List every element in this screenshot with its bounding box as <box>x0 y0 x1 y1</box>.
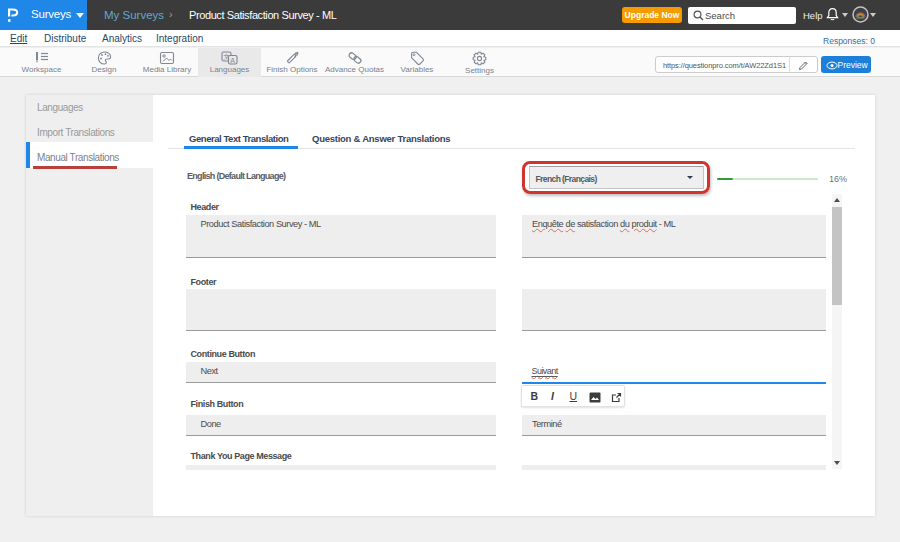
svg-text:A: A <box>230 57 235 64</box>
svg-text:文: 文 <box>223 53 230 60</box>
